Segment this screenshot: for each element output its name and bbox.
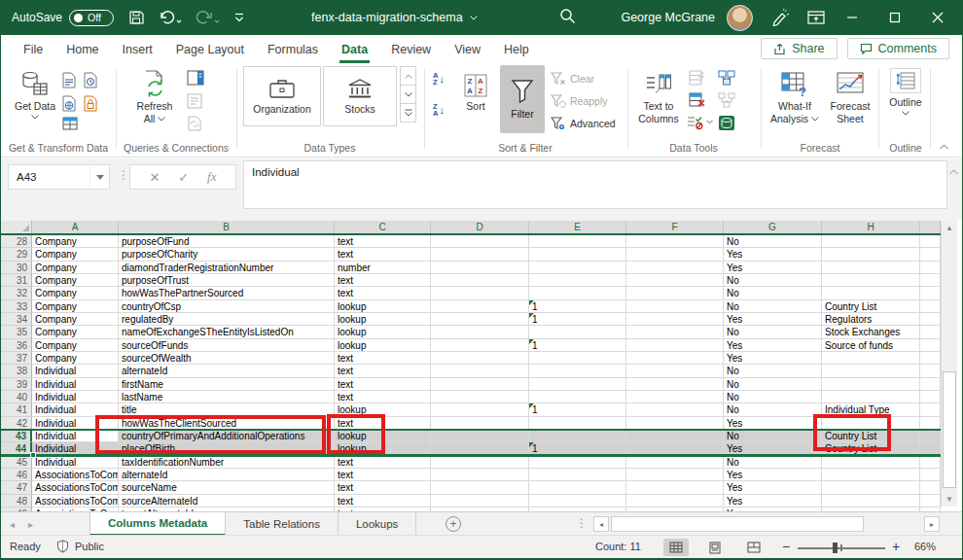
cell-B45[interactable]: taxIdentificationNumber bbox=[119, 456, 335, 469]
horizontal-scrollbar-thumb[interactable] bbox=[611, 516, 864, 532]
cell-E47[interactable] bbox=[529, 481, 626, 494]
sheet-tab-table-relations[interactable]: Table Relations bbox=[226, 512, 339, 536]
cell-G46[interactable]: Yes bbox=[724, 469, 822, 481]
forecast-sheet-button[interactable]: Forecast Sheet bbox=[825, 68, 875, 125]
cell-G30[interactable]: Yes bbox=[724, 262, 822, 274]
cell-partial-45[interactable] bbox=[920, 456, 941, 469]
column-header-D[interactable]: D bbox=[431, 221, 529, 233]
tab-insert[interactable]: Insert bbox=[111, 35, 164, 64]
cell-H34[interactable]: Regulators bbox=[822, 313, 920, 326]
scroll-down-button[interactable]: ▼ bbox=[942, 492, 957, 507]
cell-partial-35[interactable] bbox=[920, 326, 941, 338]
flash-fill-icon[interactable] bbox=[689, 70, 706, 86]
gallery-more-button[interactable] bbox=[400, 103, 416, 122]
formula-input[interactable]: Individual bbox=[243, 160, 947, 209]
cell-F35[interactable] bbox=[626, 326, 724, 338]
cell-partial-34[interactable] bbox=[920, 313, 941, 326]
row-header-33[interactable]: 33 bbox=[0, 300, 32, 313]
cell-partial-43[interactable] bbox=[920, 430, 941, 442]
cell-G37[interactable]: Yes bbox=[724, 352, 822, 365]
cell-A41[interactable]: Individual bbox=[32, 403, 119, 416]
cell-C43[interactable]: lookup bbox=[335, 430, 431, 442]
comments-button[interactable]: Comments bbox=[847, 38, 949, 59]
row-header-46[interactable]: 46 bbox=[0, 469, 32, 481]
from-table-range-icon[interactable] bbox=[62, 117, 78, 130]
cell-F30[interactable] bbox=[626, 262, 724, 274]
cell-D40[interactable] bbox=[431, 391, 529, 403]
cell-H31[interactable] bbox=[822, 274, 920, 287]
cell-G45[interactable]: No bbox=[724, 456, 822, 469]
cell-partial-33[interactable] bbox=[920, 300, 941, 313]
cell-D31[interactable] bbox=[431, 274, 529, 287]
cell-G47[interactable]: Yes bbox=[724, 481, 822, 494]
cell-C34[interactable]: lookup bbox=[335, 313, 431, 326]
cell-B29[interactable]: purposeOfCharity bbox=[119, 248, 335, 261]
undo-button[interactable] bbox=[159, 10, 182, 25]
cell-B36[interactable]: sourceOfFunds bbox=[119, 339, 335, 352]
sheet-tab-lookups[interactable]: Lookups bbox=[339, 512, 416, 536]
cell-partial-28[interactable] bbox=[920, 235, 941, 248]
text-to-columns-button[interactable]: Text to Columns bbox=[632, 68, 685, 125]
column-header-A[interactable]: A bbox=[32, 221, 119, 233]
cell-C47[interactable]: text bbox=[335, 481, 431, 494]
cell-A38[interactable]: Individual bbox=[32, 365, 119, 377]
select-all-corner[interactable] bbox=[0, 221, 32, 233]
cell-partial-46[interactable] bbox=[920, 469, 941, 481]
autosave-pill[interactable]: Off bbox=[69, 10, 114, 26]
cell-E40[interactable] bbox=[529, 391, 626, 403]
column-header-F[interactable]: F bbox=[626, 221, 724, 233]
new-sheet-button[interactable]: + bbox=[446, 516, 461, 532]
cell-H39[interactable] bbox=[822, 378, 920, 391]
cell-A40[interactable]: Individual bbox=[32, 391, 119, 403]
remove-duplicates-icon[interactable] bbox=[689, 92, 706, 108]
ink-pen-icon[interactable] bbox=[770, 9, 790, 26]
dropdown-chevron-icon[interactable] bbox=[706, 120, 713, 124]
cell-G32[interactable]: No bbox=[724, 287, 822, 299]
cell-E46[interactable] bbox=[529, 469, 626, 481]
cell-D47[interactable] bbox=[431, 481, 529, 494]
cell-B46[interactable]: alternateId bbox=[119, 469, 335, 481]
row-header-39[interactable]: 39 bbox=[0, 378, 32, 391]
customize-qat-button[interactable] bbox=[234, 13, 244, 22]
cell-G31[interactable]: No bbox=[724, 274, 822, 287]
tab-review[interactable]: Review bbox=[379, 35, 443, 64]
cell-H41[interactable]: Individual Type bbox=[822, 403, 920, 416]
row-header-38[interactable]: 38 bbox=[0, 365, 32, 377]
cell-G28[interactable]: No bbox=[724, 235, 822, 248]
cell-C38[interactable]: text bbox=[335, 365, 431, 377]
cell-A37[interactable]: Company bbox=[32, 352, 119, 365]
sort-ascending-icon[interactable]: AZ↓ bbox=[433, 72, 445, 86]
cell-F38[interactable] bbox=[626, 365, 724, 377]
gallery-up-button[interactable] bbox=[400, 66, 416, 86]
cell-B30[interactable]: diamondTraderRegistrationNumber bbox=[119, 262, 335, 274]
column-header-partial[interactable] bbox=[920, 221, 941, 233]
row-header-43[interactable]: 43 bbox=[0, 430, 32, 442]
row-header-30[interactable]: 30 bbox=[0, 262, 32, 274]
cell-D36[interactable] bbox=[431, 339, 529, 352]
cell-E35[interactable] bbox=[529, 326, 626, 338]
cell-E29[interactable] bbox=[529, 248, 626, 261]
zoom-in-button[interactable]: + bbox=[892, 539, 900, 554]
what-if-analysis-button[interactable]: ? What-If Analysis bbox=[767, 68, 823, 125]
zoom-level[interactable]: 66% bbox=[914, 541, 936, 552]
document-title[interactable]: fenx-data-migration-schema bbox=[311, 0, 478, 35]
cell-G33[interactable]: No bbox=[724, 300, 822, 313]
cell-E31[interactable] bbox=[529, 274, 626, 287]
tab-view[interactable]: View bbox=[443, 35, 492, 64]
cell-A30[interactable]: Company bbox=[32, 262, 119, 274]
cell-F43[interactable] bbox=[626, 430, 724, 442]
cell-partial-30[interactable] bbox=[920, 262, 941, 274]
name-box-dropdown[interactable] bbox=[89, 165, 109, 189]
column-header-B[interactable]: B bbox=[119, 221, 335, 233]
cell-D45[interactable] bbox=[431, 456, 529, 469]
cell-H29[interactable] bbox=[822, 248, 920, 261]
close-button[interactable] bbox=[916, 0, 959, 35]
row-header-31[interactable]: 31 bbox=[0, 274, 32, 287]
cell-G41[interactable]: No bbox=[724, 403, 822, 416]
cell-B31[interactable]: purposeOfTrust bbox=[119, 274, 335, 287]
cell-H36[interactable]: Source of funds bbox=[822, 339, 920, 352]
cell-C31[interactable]: text bbox=[335, 274, 431, 287]
cell-C32[interactable]: text bbox=[335, 287, 431, 299]
cell-E34[interactable]: 1 bbox=[529, 313, 626, 326]
cell-A47[interactable]: AssociationsToComp bbox=[32, 481, 119, 494]
